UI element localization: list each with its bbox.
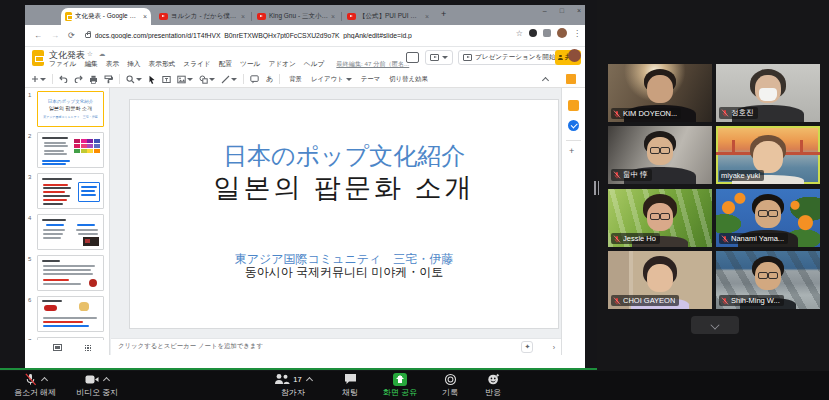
menu-insert[interactable]: 挿入 (127, 60, 140, 69)
get-addons-icon[interactable]: + (569, 146, 574, 156)
menu-addons[interactable]: アドオン (268, 60, 295, 69)
tab-close-icon[interactable]: × (143, 13, 147, 20)
slide-thumbnail-3[interactable] (37, 173, 104, 209)
slide-number: 4 (28, 215, 31, 221)
collapse-toolbar-icon[interactable] (542, 76, 549, 83)
grid-view-icon[interactable] (84, 344, 92, 352)
theme-button[interactable]: テーマ (361, 75, 380, 84)
video-tile-choi-gayeon[interactable]: CHOI GAYEON (608, 251, 712, 309)
maximize-button[interactable]: □ (560, 7, 564, 14)
video-options-chevron-icon[interactable] (103, 376, 110, 383)
menu-tools[interactable]: ツール (240, 60, 260, 69)
unmute-button[interactable]: 음소거 해제 (8, 372, 62, 399)
menu-view[interactable]: 表示 (106, 60, 119, 69)
insert-comment-icon[interactable] (250, 75, 259, 84)
keep-icon[interactable] (568, 100, 579, 111)
redo-icon[interactable] (74, 75, 83, 83)
slide-thumbnail-4[interactable] (37, 214, 104, 250)
zoom-tool-icon[interactable] (126, 75, 142, 84)
menu-file[interactable]: ファイル (49, 60, 76, 69)
background-button[interactable]: 背景 (289, 75, 302, 84)
https-lock-icon (85, 33, 91, 38)
back-icon[interactable]: ← (34, 31, 42, 40)
undo-icon[interactable] (59, 75, 68, 83)
menu-format[interactable]: 表示形式 (149, 60, 176, 69)
panel-resize-handle[interactable] (594, 181, 601, 195)
print-icon[interactable] (89, 75, 98, 84)
insert-image-icon[interactable] (177, 75, 193, 84)
star-doc-icon[interactable]: ☆ (87, 50, 93, 58)
side-panel-toggle-icon[interactable]: › (553, 344, 555, 351)
refresh-icon[interactable]: ⟳ (68, 31, 75, 40)
layout-button[interactable]: レイアウト (311, 75, 352, 84)
select-cursor-icon[interactable] (148, 75, 156, 84)
video-tile-hatanaka[interactable]: 畠中 惇 (608, 126, 712, 184)
mic-options-chevron-icon[interactable] (40, 376, 47, 383)
slide-thumbnail-1[interactable]: 日本のポップ文化紹介 일본의 팝문화 소개 東アジア国際コミュニティ 三宅・伊藤 (37, 91, 104, 127)
zoom-meeting-toolbar: 음소거 해제 비디오 중지 17 참가자 채팅 (0, 371, 829, 400)
menu-edit[interactable]: 編集 (84, 60, 97, 69)
chevron-down-icon (442, 56, 448, 59)
video-tile-nanami[interactable]: Nanami Yama... (716, 189, 820, 247)
menu-slide[interactable]: スライド (183, 60, 210, 69)
google-side-panel: + (561, 88, 585, 355)
present-in-window-button[interactable] (425, 50, 453, 65)
menu-arrange[interactable]: 配置 (219, 60, 232, 69)
video-tile-miyake-yuki-active-speaker[interactable]: miyake yuki (716, 126, 820, 184)
slide-thumbnail-5[interactable] (37, 255, 104, 291)
account-avatar[interactable] (568, 49, 581, 62)
slide-thumbnail-2[interactable] (37, 132, 104, 168)
explore-button[interactable] (521, 341, 533, 353)
text-box-icon[interactable] (162, 75, 171, 84)
participants-button[interactable]: 17 참가자 (264, 372, 322, 399)
participant-nametag: KIM DOYEON... (611, 108, 681, 119)
extension-icon[interactable] (543, 29, 551, 37)
filmstrip-view-icon[interactable] (53, 344, 62, 351)
speaker-notes-area[interactable]: クリックするとスピーカー ノートを追加できます › (111, 338, 561, 355)
new-slide-button[interactable] (31, 75, 46, 83)
insert-line-icon[interactable] (221, 75, 237, 84)
minimize-button[interactable]: – (543, 7, 547, 14)
tab-close-icon[interactable]: × (331, 13, 335, 20)
slide-thumbnail-6[interactable] (37, 296, 104, 332)
tab-youtube-yorushika[interactable]: ヨルシカ - だから僕は音楽を辞めた… × (155, 8, 249, 25)
tasks-icon[interactable] (568, 120, 579, 131)
participant-video-grid: KIM DOYEON... 정호진 畠中 惇 (608, 64, 821, 310)
url-omnibox[interactable]: docs.google.com/presentation/d/1T4fHVX_B… (85, 28, 505, 43)
tab-slides[interactable]: 文化発表 - Google スライド × (61, 8, 151, 25)
stop-video-button[interactable]: 비디오 중지 (68, 372, 126, 399)
tab-close-icon[interactable]: × (425, 13, 429, 20)
tab-youtube-molcar[interactable]: 【公式】PUI PUI モルカー 第1話… × (343, 8, 433, 25)
paint-format-icon[interactable] (104, 75, 113, 84)
last-edit-link[interactable]: 最終編集: 47 分前（匿名... (336, 60, 409, 69)
ime-text-icon[interactable]: あ (266, 74, 273, 84)
muted-mic-icon (613, 235, 621, 243)
slides-menubar: ファイル 編集 表示 挿入 表示形式 スライド 配置 ツール アドオン ヘルプ … (49, 60, 409, 69)
comment-history-icon[interactable] (406, 52, 419, 63)
forward-icon[interactable]: → (51, 31, 59, 40)
current-slide[interactable]: 日本のポップ文化紹介 일본의 팝문화 소개 東アジア国際コミュニティ 三宅・伊藤… (130, 100, 558, 328)
browser-profile-avatar[interactable] (557, 28, 567, 38)
tab-close-icon[interactable]: × (241, 13, 245, 20)
transition-button[interactable]: 切り替え効果 (389, 75, 428, 84)
browser-menu-icon[interactable]: ⋮ (573, 29, 581, 38)
video-tile-jessie-ho[interactable]: Jessie Ho (608, 189, 712, 247)
share-screen-button[interactable]: 화면 공유 (374, 372, 426, 399)
scroll-participants-down-button[interactable] (691, 316, 739, 334)
video-tile-shih-ming[interactable]: Shih-Ming W... (716, 251, 820, 309)
chat-button[interactable]: 채팅 (330, 372, 370, 399)
extension-icon[interactable] (529, 29, 537, 37)
insert-shape-icon[interactable] (199, 75, 215, 84)
record-button[interactable]: 기록 (430, 372, 470, 399)
reactions-button[interactable]: 반응 (473, 372, 513, 399)
new-tab-button[interactable]: + (441, 9, 446, 19)
participant-nametag: Jessie Ho (611, 233, 660, 244)
video-tile-kim-doyeon[interactable]: KIM DOYEON... (608, 64, 712, 122)
tab-youtube-kinggnu[interactable]: King Gnu - 三文小説 - YouTube × (253, 8, 339, 25)
close-button[interactable]: × (577, 7, 581, 14)
menu-help[interactable]: ヘルプ (304, 60, 325, 69)
bookmark-star-icon[interactable]: ☆ (516, 29, 523, 38)
video-tile-jung-hojin[interactable]: 정호진 (716, 64, 820, 122)
participants-options-chevron-icon[interactable] (306, 376, 313, 383)
participant-name: Nanami Yama... (731, 234, 784, 243)
